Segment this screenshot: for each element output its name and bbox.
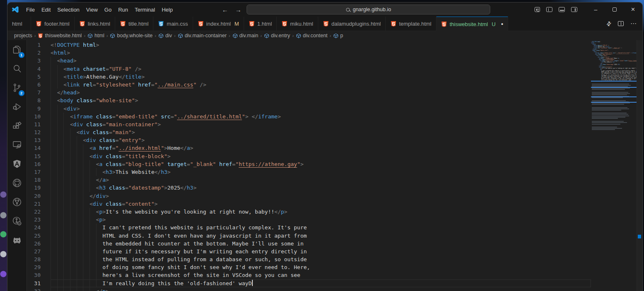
code-line-19: 19 <h3 class="datestamp">2025</h3> — [27, 184, 591, 192]
indent-guide — [96, 255, 97, 263]
activity-item-git-fork[interactable] — [7, 193, 27, 212]
toggle-secondary-sidebar-icon[interactable] — [571, 7, 577, 12]
breadcrumb-item-div-entry[interactable]: div.entry — [264, 33, 290, 38]
tab-thiswebsite.html[interactable]: thiswebsite.htmlU● — [436, 17, 508, 31]
html-file-icon — [79, 21, 85, 27]
code-editor[interactable]: 1<!DOCTYPE html>2<html>3 <head>4 <meta c… — [27, 40, 642, 291]
code-text: <div class="title-block"> — [51, 152, 591, 160]
code-text: <html> — [51, 49, 591, 57]
split-editor-icon[interactable] — [618, 21, 624, 26]
indent-guide — [57, 232, 58, 240]
tab-miku.html[interactable]: miku.html — [277, 17, 318, 31]
code-text: <body class="whole-site"> — [51, 96, 591, 104]
breadcrumb-item-p[interactable]: p — [333, 33, 343, 38]
indent-guide — [57, 168, 58, 176]
indent-guide — [96, 248, 97, 255]
code-text: </p> — [51, 287, 591, 291]
line-number: 10 — [27, 113, 51, 120]
tab-links.html[interactable]: links.html — [75, 17, 115, 31]
go-forward-button[interactable]: → — [233, 6, 243, 13]
code-line-23: 23 <p> — [27, 216, 591, 224]
go-back-button[interactable]: ← — [220, 6, 230, 13]
breadcrumb-item-div-main-container[interactable]: div.main-container — [178, 33, 227, 38]
menu-run[interactable]: Run — [115, 5, 131, 14]
breadcrumb-item-div-main[interactable]: div.main — [232, 33, 259, 38]
tab-dalamudplugins.html[interactable]: dalamudplugins.html — [318, 17, 386, 31]
toggle-primary-sidebar-icon[interactable] — [546, 7, 552, 12]
indent-guide — [51, 89, 51, 96]
godot-tools-icon — [12, 235, 22, 247]
breadcrumb-item-body-whole-site[interactable]: body.whole-site — [110, 33, 153, 38]
code-text: <div class="entry"> — [51, 136, 591, 144]
html-file-icon — [281, 21, 288, 27]
tab-footer.html[interactable]: footer.html — [31, 17, 75, 31]
activity-item-search[interactable] — [7, 60, 27, 79]
more-actions-icon[interactable]: ⋯ — [630, 20, 637, 27]
close-button[interactable]: × — [624, 2, 642, 17]
indent-guide — [63, 136, 64, 144]
breadcrumb-item-div-content[interactable]: div.content — [296, 33, 328, 38]
command-center-search[interactable]: gnargle.github.io — [247, 5, 490, 14]
indent-guide — [83, 192, 83, 200]
indent-guide — [57, 136, 58, 144]
activity-item-explorer[interactable]: 1 — [7, 41, 27, 60]
tab-1.html[interactable]: 1.html — [244, 17, 277, 31]
menu-selection[interactable]: Selection — [54, 5, 82, 14]
line-number: 26 — [27, 240, 51, 248]
indent-guide — [57, 216, 58, 224]
maximize-button[interactable] — [605, 2, 624, 17]
indent-guide — [70, 136, 70, 144]
code-line-30: 30 here's a live screenshot of the site … — [27, 271, 591, 279]
indent-guide — [57, 144, 58, 152]
overview-ruler-marker — [638, 235, 641, 238]
activity-item-github[interactable] — [7, 174, 27, 193]
menu-go[interactable]: Go — [101, 5, 115, 14]
activity-item-source-control[interactable]: 2 — [7, 79, 27, 98]
unsaved-dot-icon[interactable]: ● — [501, 22, 503, 26]
indent-guide — [51, 96, 51, 104]
indent-guide — [70, 200, 70, 208]
tab-title.html[interactable]: title.html — [115, 17, 153, 31]
tab-main.css[interactable]: main.css — [153, 17, 193, 31]
breadcrumb-item-thiswebsite-html[interactable]: thiswebsite.html — [38, 33, 82, 38]
line-number: 27 — [27, 248, 51, 255]
breadcrumb-item-div[interactable]: div — [158, 33, 172, 38]
toggle-panel-icon[interactable] — [559, 7, 565, 12]
activity-item-angular[interactable] — [7, 155, 27, 174]
menu-view[interactable]: View — [83, 5, 101, 14]
tab-html[interactable]: html — [7, 17, 31, 31]
customize-layout-icon[interactable] — [535, 7, 540, 12]
menu-file[interactable]: File — [23, 5, 38, 14]
menu-help[interactable]: Help — [158, 5, 176, 14]
indent-guide — [77, 144, 77, 152]
symbol-element-icon — [87, 33, 93, 38]
activity-item-run-and-debug[interactable] — [7, 98, 27, 117]
open-changes-icon[interactable]: ⇄ — [605, 19, 613, 28]
search-icon — [12, 64, 22, 75]
activity-item-godot-tools[interactable] — [7, 231, 27, 250]
tab-index.html[interactable]: index.htmlM — [193, 17, 244, 31]
gitlens-icon — [12, 216, 22, 228]
tab-label: 1.html — [257, 21, 272, 27]
code-line-20: 20 </div> — [27, 192, 591, 200]
minimize-button[interactable]: – — [586, 2, 605, 17]
breadcrumb-item-projects[interactable]: projects — [14, 33, 32, 38]
menu-terminal[interactable]: Terminal — [131, 5, 158, 14]
breadcrumb-separator-icon: › — [32, 33, 38, 38]
breadcrumb-item-html[interactable]: html — [87, 33, 104, 38]
minimap[interactable]: <!DOCTYPE html><html> <head> <meta chars… — [591, 41, 637, 291]
title-bar-center: ← → gnargle.github.io — [176, 5, 535, 14]
menu-edit[interactable]: Edit — [38, 5, 54, 14]
symbol-element-icon — [264, 33, 269, 38]
overview-ruler[interactable] — [637, 40, 642, 291]
indent-guide — [63, 128, 64, 136]
vscode-logo-icon — [11, 5, 19, 14]
activity-item-gitlens[interactable] — [7, 212, 27, 231]
activity-item-extensions[interactable] — [7, 117, 27, 136]
indent-guide — [90, 255, 90, 263]
activity-item-remote-explorer[interactable] — [7, 136, 27, 155]
remote-explorer-icon — [12, 140, 22, 152]
indent-guide — [51, 271, 51, 279]
line-number: 7 — [27, 89, 51, 96]
tab-template.html[interactable]: template.html — [386, 17, 436, 31]
